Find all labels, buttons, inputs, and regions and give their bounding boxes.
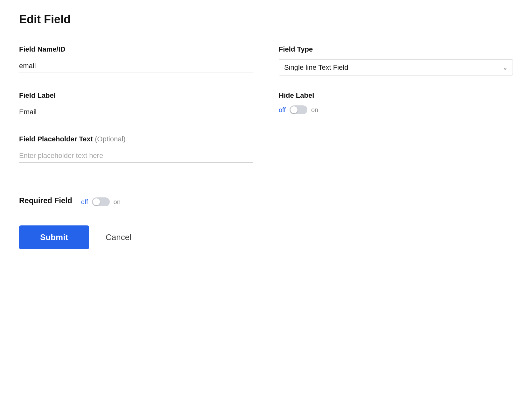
field-label-group: Field Label — [19, 91, 253, 119]
hide-label-off-text: off — [279, 106, 286, 114]
required-field-slider — [92, 197, 110, 206]
hide-label-toggle[interactable] — [290, 105, 307, 114]
field-type-select[interactable]: Single line Text Field Multi line Text F… — [279, 59, 513, 75]
placeholder-group: Field Placeholder Text (Optional) — [19, 135, 253, 163]
field-label-input[interactable] — [19, 105, 253, 119]
placeholder-input[interactable] — [19, 149, 253, 163]
field-name-input[interactable] — [19, 59, 253, 73]
required-field-row: Required Field off on — [19, 195, 513, 206]
page-title: Edit Field — [19, 13, 513, 26]
placeholder-label: Field Placeholder Text (Optional) — [19, 135, 253, 143]
field-type-label: Field Type — [279, 45, 513, 53]
hide-label-on-text: on — [311, 106, 318, 114]
required-field-on-text: on — [114, 198, 121, 206]
required-field-label: Required Field — [19, 196, 72, 205]
submit-button[interactable]: Submit — [19, 225, 89, 249]
field-name-group: Field Name/ID — [19, 45, 253, 75]
required-field-off-text: off — [81, 198, 88, 206]
hide-label-toggle-group: off on — [279, 105, 513, 114]
hide-label-label: Hide Label — [279, 91, 513, 100]
field-type-select-wrapper: Single line Text Field Multi line Text F… — [279, 59, 513, 75]
field-name-label: Field Name/ID — [19, 45, 253, 53]
hide-label-slider — [290, 105, 307, 114]
field-type-group: Field Type Single line Text Field Multi … — [279, 45, 513, 75]
section-divider — [19, 182, 513, 182]
required-field-toggle-group: off on — [81, 197, 121, 206]
field-label-label: Field Label — [19, 91, 253, 100]
placeholder-right-empty — [279, 135, 513, 179]
hide-label-group: Hide Label off on — [279, 91, 513, 119]
action-row: Submit Cancel — [19, 225, 513, 249]
required-field-toggle[interactable] — [92, 197, 110, 206]
cancel-button[interactable]: Cancel — [99, 225, 138, 249]
